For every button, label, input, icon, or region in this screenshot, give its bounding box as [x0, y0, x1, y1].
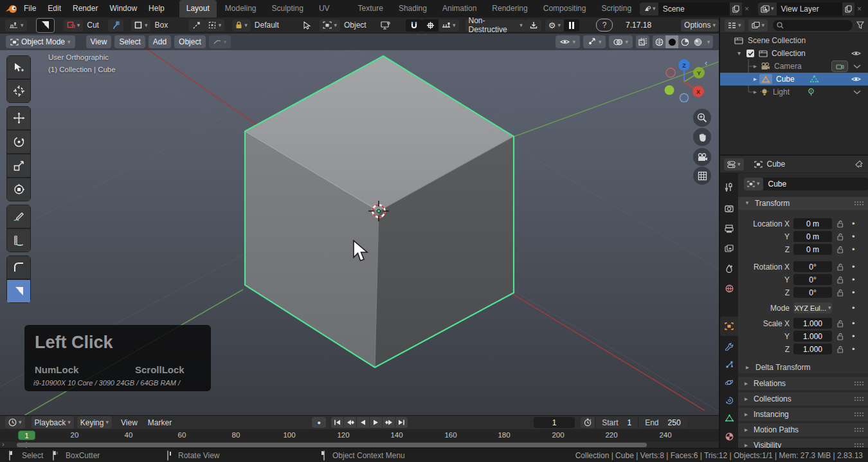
tab-object-data-icon[interactable] [720, 409, 738, 427]
tab-view-layer-icon[interactable] [720, 239, 738, 257]
zoom-button[interactable] [693, 109, 711, 127]
tool-annotate[interactable] [6, 205, 31, 228]
current-frame-field[interactable]: 1 [534, 417, 575, 428]
timeline-collapse-icon[interactable]: › [2, 440, 5, 448]
outliner-row-light[interactable]: ▸ Light [720, 86, 868, 98]
menu-file[interactable]: File [18, 0, 42, 17]
box-shape-dropdown[interactable]: ▾ [131, 19, 151, 32]
outliner-search-input[interactable] [773, 20, 853, 31]
shading-wireframe-icon[interactable] [653, 35, 665, 48]
pan-hand-button[interactable] [693, 128, 711, 146]
mode-selector[interactable]: Object Mode ▾ [6, 35, 75, 48]
light-data-icon[interactable] [808, 88, 815, 96]
playback-menu[interactable]: Playback ▾ [32, 416, 74, 429]
snap-increment-dropdown[interactable]: ▾ [439, 19, 459, 32]
menu-help[interactable]: Help [143, 0, 170, 17]
location-z-field[interactable]: 0 m [793, 244, 832, 255]
tab-output-icon[interactable] [720, 219, 738, 237]
filter-funnel-icon[interactable] [856, 21, 864, 29]
transform-panel-header[interactable]: ▼ Transform [738, 197, 868, 210]
animate-dot[interactable]: • [852, 263, 855, 271]
panel-drag-dots[interactable] [854, 381, 864, 386]
pin-icon[interactable] [855, 160, 863, 169]
scene-unlink-icon[interactable]: × [742, 5, 752, 14]
curve-icon[interactable] [108, 19, 123, 32]
rotation-x-field[interactable]: 0° [793, 261, 832, 272]
tool-settings-dropdown[interactable]: ▾ [5, 19, 27, 32]
collection-expand-icon[interactable]: ▾ [737, 50, 741, 57]
tab-layout[interactable]: Layout [179, 0, 217, 17]
xray-toggle[interactable] [636, 35, 649, 48]
tab-material-icon[interactable] [720, 427, 738, 445]
lock-icon[interactable] [837, 246, 844, 254]
rotation-y-field[interactable]: 0° [793, 274, 832, 285]
collection-visibility-eye-icon[interactable] [851, 50, 861, 57]
blender-logo-icon[interactable] [5, 4, 18, 14]
menu-edit[interactable]: Edit [42, 0, 67, 17]
scene-selector[interactable]: ▾ Scene × [640, 3, 752, 15]
tool-boxcutter[interactable] [6, 279, 31, 303]
view-layer-selector[interactable]: ▾ View Layer × [758, 3, 864, 15]
tab-scripting[interactable]: Scripting [594, 0, 638, 17]
tool-hardops[interactable] [6, 255, 31, 279]
object-name-field[interactable]: Cube [763, 178, 868, 190]
view-layer-name[interactable]: View Layer [777, 3, 842, 15]
panel-drag-dots[interactable] [854, 201, 864, 206]
lock-icon[interactable] [837, 333, 844, 340]
viewport-menu-view[interactable]: View [86, 35, 112, 48]
animate-dot[interactable]: • [852, 304, 855, 312]
shading-material-icon[interactable] [678, 35, 691, 48]
mode-dropdown[interactable]: Non-Destructive ▾ [466, 19, 526, 32]
help-icon[interactable]: ? [596, 19, 613, 32]
play-reverse-button[interactable] [357, 417, 369, 428]
animate-dot[interactable]: • [852, 345, 855, 353]
location-x-field[interactable]: 0 m [793, 218, 832, 229]
display-icon[interactable] [377, 19, 394, 32]
playhead-badge[interactable]: 1 [18, 430, 35, 440]
tool-rotate[interactable] [6, 130, 31, 154]
tab-particles-icon[interactable] [720, 355, 738, 373]
animate-dot[interactable]: • [852, 332, 855, 340]
tab-scene-icon[interactable] [720, 259, 738, 277]
panel-drag-dots[interactable] [854, 396, 864, 402]
outliner-row-collection[interactable]: ▾ Collection [720, 47, 868, 60]
cut-mode-label[interactable]: Cut [83, 19, 103, 32]
menu-render[interactable]: Render [67, 0, 104, 17]
cut-shape-dropdown[interactable]: ▾ [64, 19, 84, 32]
panel-collections[interactable]: ▸ Collections [738, 393, 868, 405]
tab-constraints-icon[interactable] [720, 391, 738, 409]
overlays-dropdown[interactable]: ▾ [609, 35, 633, 48]
start-frame-field[interactable]: Start 1 [595, 417, 638, 428]
cube-mesh-data-icon[interactable] [810, 75, 818, 83]
tab-world-icon[interactable] [720, 279, 738, 297]
animate-dot[interactable]: • [852, 245, 855, 254]
viewport-menu-select[interactable]: Select [114, 35, 145, 48]
scale-z-field[interactable]: 1.000 [793, 344, 832, 355]
object-visibility-dropdown[interactable]: ▾ [556, 35, 580, 48]
tab-animation[interactable]: Animation [435, 0, 484, 17]
box-mode-label[interactable]: Box [150, 19, 172, 32]
lock-icon[interactable] [837, 276, 844, 284]
outliner-row-camera[interactable]: ▸ Camera [720, 60, 868, 73]
tab-uv-editing[interactable]: UV Editing [312, 0, 350, 17]
panel-relations[interactable]: ▸ Relations [738, 377, 868, 390]
outliner-display-mode-dropdown[interactable]: ▾ [725, 19, 745, 32]
panel-drag-dots[interactable] [854, 427, 864, 432]
tab-modifiers-icon[interactable] [720, 337, 738, 355]
collection-checkbox[interactable] [746, 50, 754, 57]
end-frame-field[interactable]: End 250 [638, 417, 687, 428]
tab-physics-icon[interactable] [720, 373, 738, 391]
rotation-mode-dropdown[interactable]: XYZ Eul... ▾ [793, 302, 832, 313]
panel-motion-paths[interactable]: ▸ Motion Paths [738, 423, 868, 436]
viewport-menu-object[interactable]: Object [174, 35, 206, 48]
active-tool-boxcutter-icon[interactable] [36, 18, 55, 33]
snap-target-icon[interactable] [422, 19, 439, 32]
prev-keyframe-button[interactable] [344, 417, 356, 428]
view-layer-remove-icon[interactable]: × [854, 5, 864, 14]
delta-transform-header[interactable]: ▸ Delta Transform [738, 361, 810, 373]
view-layer-new-icon[interactable] [842, 3, 854, 15]
scale-x-field[interactable]: 1.000 [793, 318, 832, 329]
panel-drag-dots[interactable] [854, 443, 864, 448]
lock-icon[interactable] [837, 263, 844, 271]
tool-scale[interactable] [6, 154, 31, 178]
